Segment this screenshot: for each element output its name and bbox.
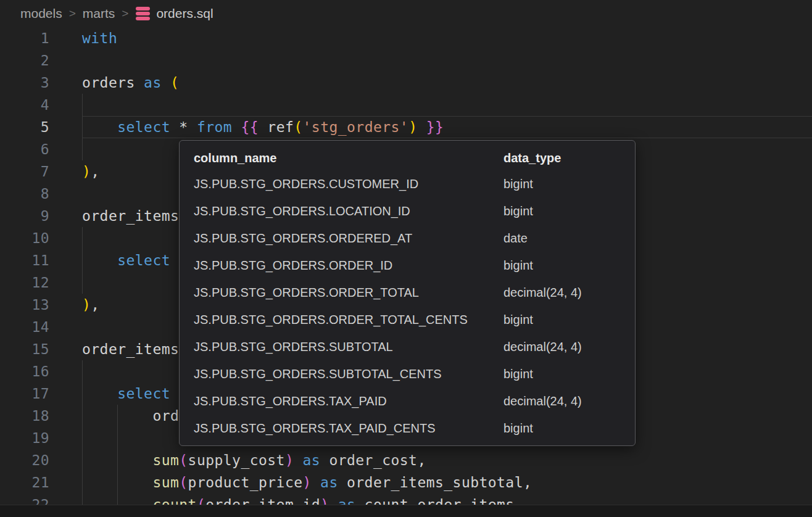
column-name-cell: JS.PUB.STG_ORDERS.TAX_PAID: [180, 394, 503, 408]
indent-guide: [117, 405, 118, 505]
line-number: 2: [0, 49, 82, 72]
popup-header-row: column_name data_type: [180, 146, 635, 170]
code-line-1[interactable]: 1with: [0, 27, 812, 49]
line-number: 9: [0, 205, 82, 227]
column-info-row: JS.PUB.STG_ORDERS.TAX_PAIDdecimal(24, 4): [180, 387, 635, 415]
line-number: 12: [0, 271, 82, 294]
popup-header-column-name: column_name: [180, 151, 503, 165]
breadcrumb-file-name[interactable]: orders.sql: [156, 6, 213, 21]
database-icon: [135, 6, 151, 22]
line-number: 16: [0, 360, 82, 383]
line-number: 19: [0, 427, 82, 449]
line-number: 11: [0, 249, 82, 271]
line-number: 13: [0, 294, 82, 316]
code-line-21[interactable]: 21 sum(product_price) as order_items_sub…: [0, 471, 812, 494]
line-number: 1: [0, 27, 82, 49]
column-name-cell: JS.PUB.STG_ORDERS.ORDER_TOTAL_CENTS: [180, 313, 503, 327]
popup-rows: JS.PUB.STG_ORDERS.CUSTOMER_IDbigintJS.PU…: [180, 170, 635, 442]
column-info-row: JS.PUB.STG_ORDERS.TAX_PAID_CENTSbigint: [180, 415, 635, 442]
data-type-cell: decimal(24, 4): [503, 340, 635, 354]
code-line-content: [82, 94, 812, 116]
line-number: 3: [0, 72, 82, 94]
line-number: 18: [0, 405, 82, 427]
column-name-cell: JS.PUB.STG_ORDERS.ORDER_TOTAL: [180, 286, 503, 300]
code-line-2[interactable]: 2: [0, 49, 812, 72]
data-type-cell: bigint: [503, 367, 635, 381]
column-info-row: JS.PUB.STG_ORDERS.SUBTOTALdecimal(24, 4): [180, 333, 635, 360]
editor-window: models > marts > orders.sql 1with23order…: [0, 0, 812, 517]
column-info-popup: column_name data_type JS.PUB.STG_ORDERS.…: [179, 140, 636, 446]
line-number: 14: [0, 316, 82, 338]
data-type-cell: bigint: [503, 421, 635, 436]
data-type-cell: decimal(24, 4): [503, 286, 635, 300]
code-line-5[interactable]: 5 select * from {{ ref('stg_orders') }}: [0, 116, 812, 138]
code-line-content: sum(product_price) as order_items_subtot…: [82, 471, 812, 494]
breadcrumb-item-models[interactable]: models: [20, 6, 62, 21]
column-name-cell: JS.PUB.STG_ORDERS.SUBTOTAL_CENTS: [180, 367, 503, 381]
code-line-content: with: [82, 27, 812, 49]
code-line-content: sum(supply_cost) as order_cost,: [82, 449, 812, 471]
column-info-row: JS.PUB.STG_ORDERS.LOCATION_IDbigint: [180, 197, 635, 225]
data-type-cell: decimal(24, 4): [503, 394, 635, 408]
code-line-content: orders as (: [82, 72, 812, 94]
column-info-row: JS.PUB.STG_ORDERS.ORDER_TOTALdecimal(24,…: [180, 279, 635, 306]
breadcrumb: models > marts > orders.sql: [0, 0, 812, 27]
line-number: 8: [0, 183, 82, 205]
data-type-cell: bigint: [503, 258, 635, 273]
column-info-row: JS.PUB.STG_ORDERS.ORDER_TOTAL_CENTSbigin…: [180, 306, 635, 333]
breadcrumb-item-marts[interactable]: marts: [83, 6, 115, 21]
column-info-row: JS.PUB.STG_ORDERS.SUBTOTAL_CENTSbigint: [180, 360, 635, 387]
code-line-3[interactable]: 3orders as (: [0, 72, 812, 94]
column-info-row: JS.PUB.STG_ORDERS.ORDERED_ATdate: [180, 225, 635, 252]
code-line-4[interactable]: 4: [0, 94, 812, 116]
code-line-content: [82, 49, 812, 72]
line-number: 6: [0, 138, 82, 160]
breadcrumb-separator-icon: >: [122, 7, 128, 20]
indent-guide: [82, 94, 83, 160]
line-number: 15: [0, 338, 82, 360]
column-name-cell: JS.PUB.STG_ORDERS.LOCATION_ID: [180, 204, 503, 218]
data-type-cell: bigint: [503, 177, 635, 191]
column-name-cell: JS.PUB.STG_ORDERS.TAX_PAID_CENTS: [180, 421, 503, 436]
code-line-20[interactable]: 20 sum(supply_cost) as order_cost,: [0, 449, 812, 471]
data-type-cell: date: [503, 231, 635, 246]
column-name-cell: JS.PUB.STG_ORDERS.SUBTOTAL: [180, 340, 503, 354]
column-info-row: JS.PUB.STG_ORDERS.CUSTOMER_IDbigint: [180, 170, 635, 197]
line-number: 7: [0, 160, 82, 183]
indent-guide: [82, 227, 83, 294]
code-line-content: select * from {{ ref('stg_orders') }}: [82, 116, 812, 138]
column-name-cell: JS.PUB.STG_ORDERS.CUSTOMER_ID: [180, 177, 503, 191]
popup-header-data-type: data_type: [503, 151, 635, 165]
data-type-cell: bigint: [503, 204, 635, 218]
column-name-cell: JS.PUB.STG_ORDERS.ORDER_ID: [180, 258, 503, 273]
breadcrumb-separator-icon: >: [69, 7, 76, 20]
line-number: 4: [0, 94, 82, 116]
indent-guide: [82, 360, 83, 505]
column-info-row: JS.PUB.STG_ORDERS.ORDER_IDbigint: [180, 252, 635, 279]
data-type-cell: bigint: [503, 313, 635, 327]
panel-divider: [0, 505, 812, 517]
line-number: 10: [0, 227, 82, 249]
line-number: 20: [0, 449, 82, 471]
column-name-cell: JS.PUB.STG_ORDERS.ORDERED_AT: [180, 231, 503, 246]
line-number: 17: [0, 383, 82, 405]
line-number: 5: [0, 116, 82, 138]
line-number: 21: [0, 471, 82, 494]
